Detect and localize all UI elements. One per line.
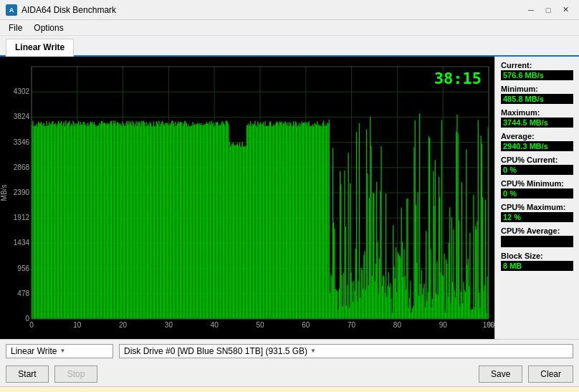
average-stat: Average: 2940.3 MB/s (501, 132, 573, 151)
menu-file[interactable]: File (3, 21, 28, 34)
cpu-minimum-label: CPU% Minimum: (501, 179, 573, 188)
cpu-minimum-stat: CPU% Minimum: 0 % (501, 179, 573, 199)
warning-bar: ⚠ Write tests will DESTROY ALL DATA on t… (0, 386, 579, 392)
minimum-label: Minimum: (501, 85, 573, 93)
test-type-dropdown[interactable]: Linear Write ▼ (6, 344, 113, 358)
maximum-stat: Maximum: 3744.5 MB/s (501, 108, 573, 128)
clear-button[interactable]: Clear (528, 365, 573, 383)
main-content: Current: 576.6 MB/s Minimum: 485.8 MB/s … (0, 57, 579, 339)
cpu-maximum-label: CPU% Maximum: (501, 203, 573, 211)
cpu-average-value (501, 236, 573, 247)
stop-button[interactable]: Stop (54, 365, 97, 383)
minimum-value: 485.8 MB/s (501, 94, 573, 104)
bottom-bar: Linear Write ▼ Disk Drive #0 [WD Blue SN… (0, 339, 579, 362)
window-title: AIDA64 Disk Benchmark (21, 5, 116, 15)
minimize-button[interactable]: ─ (523, 4, 539, 16)
cpu-current-value: 0 % (501, 165, 573, 175)
block-size-stat: Block Size: 8 MB (501, 252, 573, 271)
maximum-value: 3744.5 MB/s (501, 118, 573, 128)
cpu-average-stat: CPU% Average: (501, 226, 573, 247)
cpu-minimum-value: 0 % (501, 188, 573, 199)
btn-row: Start Stop Save Clear (0, 362, 579, 386)
current-stat: Current: 576.6 MB/s (501, 61, 573, 80)
current-label: Current: (501, 61, 573, 70)
save-button[interactable]: Save (479, 365, 522, 383)
test-type-label: Linear Write (11, 346, 57, 356)
app-icon: A (6, 4, 17, 16)
test-type-arrow: ▼ (59, 348, 65, 354)
block-size-label: Block Size: (501, 252, 573, 260)
benchmark-chart (0, 57, 494, 339)
minimum-stat: Minimum: 485.8 MB/s (501, 85, 573, 104)
disk-label: Disk Drive #0 [WD Blue SN580 1TB] (931.5… (124, 346, 307, 356)
close-button[interactable]: ✕ (558, 4, 573, 16)
title-bar-left: A AIDA64 Disk Benchmark (6, 4, 116, 16)
average-value: 2940.3 MB/s (501, 141, 573, 151)
title-bar-controls: ─ □ ✕ (523, 4, 573, 16)
right-panel: Current: 576.6 MB/s Minimum: 485.8 MB/s … (494, 57, 579, 339)
start-button[interactable]: Start (6, 365, 49, 383)
maximize-button[interactable]: □ (540, 4, 556, 16)
average-label: Average: (501, 132, 573, 140)
current-value: 576.6 MB/s (501, 70, 573, 80)
menu-bar: File Options (0, 20, 579, 36)
maximum-label: Maximum: (501, 108, 573, 117)
menu-options[interactable]: Options (28, 21, 69, 34)
block-size-value: 8 MB (501, 261, 573, 271)
cpu-maximum-stat: CPU% Maximum: 12 % (501, 203, 573, 222)
chart-area (0, 57, 494, 339)
cpu-average-label: CPU% Average: (501, 226, 573, 235)
tab-bar: Linear Write (0, 36, 579, 57)
disk-arrow: ▼ (310, 348, 316, 354)
disk-dropdown[interactable]: Disk Drive #0 [WD Blue SN580 1TB] (931.5… (119, 344, 573, 358)
cpu-current-stat: CPU% Current: 0 % (501, 156, 573, 175)
tab-linear-write[interactable]: Linear Write (6, 39, 74, 57)
cpu-maximum-value: 12 % (501, 212, 573, 222)
cpu-current-label: CPU% Current: (501, 156, 573, 164)
title-bar: A AIDA64 Disk Benchmark ─ □ ✕ (0, 0, 579, 20)
